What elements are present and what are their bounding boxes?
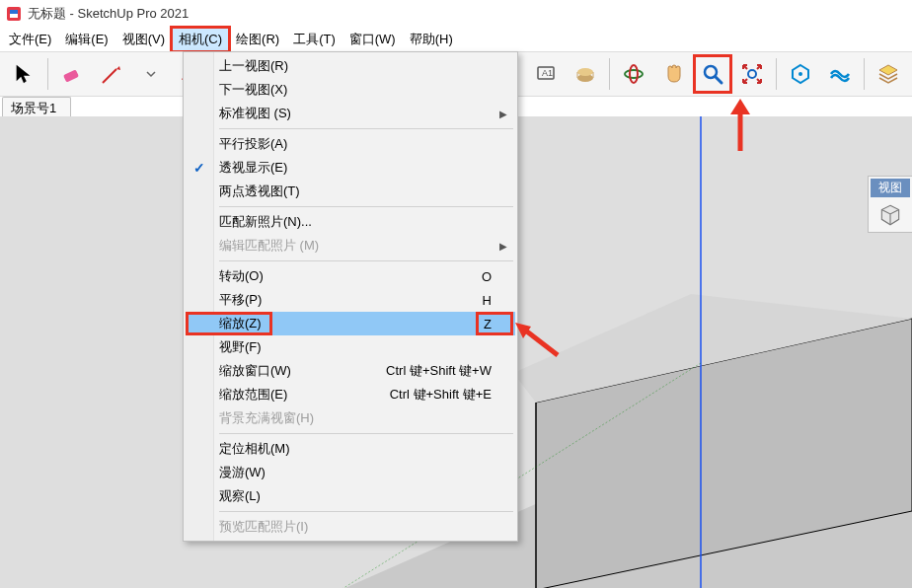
menu-match-new-photo[interactable]: 匹配新照片(N)...: [186, 210, 515, 234]
menu-file[interactable]: 文件(E): [2, 28, 58, 51]
window-title: 无标题 - SketchUp Pro 2021: [28, 5, 189, 23]
menu-bg-zoom: 背景充满视窗(H): [186, 406, 515, 430]
svg-rect-3: [63, 69, 79, 82]
menu-pan[interactable]: 平移(P)H: [186, 288, 515, 312]
camera-dropdown: 上一视图(R) 下一视图(X) 标准视图 (S)▶ 平行投影(A) ✓透视显示(…: [183, 51, 518, 542]
menu-camera[interactable]: 相机(C): [172, 28, 229, 51]
annotation-arrow-icon: [513, 321, 563, 360]
menu-two-point[interactable]: 两点透视图(T): [186, 180, 515, 203]
menu-help[interactable]: 帮助(H): [403, 28, 460, 51]
menu-zoom[interactable]: 缩放(Z) Z: [186, 312, 515, 335]
view-iso-button[interactable]: [871, 200, 910, 230]
views-panel-title: 视图: [871, 179, 910, 197]
svg-text:A1: A1: [542, 68, 553, 78]
pushpull-tool[interactable]: [568, 56, 603, 92]
svg-point-9: [625, 70, 643, 78]
styles-tool-1[interactable]: [783, 56, 818, 92]
menu-next-view[interactable]: 下一视图(X): [186, 78, 515, 102]
menu-view[interactable]: 视图(V): [115, 28, 172, 51]
menu-position-camera[interactable]: 定位相机(M): [186, 437, 515, 461]
toolbar-separator: [776, 58, 777, 90]
pan-tool[interactable]: [655, 56, 691, 92]
svg-point-10: [630, 65, 638, 83]
toolbar-separator: [47, 58, 48, 90]
titlebar: 无标题 - SketchUp Pro 2021: [0, 0, 912, 28]
menu-look[interactable]: 观察(L): [186, 484, 515, 508]
text-tool[interactable]: A1: [528, 56, 564, 92]
menu-edit-match-photo: 编辑匹配照片 (M)▶: [186, 234, 515, 257]
toolbar-separator: [609, 58, 610, 90]
menu-zoom-window[interactable]: 缩放窗口(W)Ctrl 键+Shift 键+W: [186, 359, 515, 383]
app-icon: [6, 6, 22, 22]
eraser-tool[interactable]: [54, 56, 90, 92]
menu-perspective[interactable]: ✓透视显示(E): [186, 156, 515, 180]
styles-tool-2[interactable]: [822, 56, 858, 92]
toolbar-separator: [864, 58, 865, 90]
zoom-extents-tool[interactable]: [734, 56, 770, 92]
menu-fov[interactable]: 视野(F): [186, 335, 515, 359]
line-dropdown[interactable]: [133, 56, 169, 92]
svg-point-8: [577, 68, 593, 76]
menubar: 文件(E) 编辑(E) 视图(V) 相机(C) 绘图(R) 工具(T) 窗口(W…: [0, 28, 912, 51]
svg-line-12: [716, 77, 722, 83]
zoom-tool[interactable]: [695, 56, 730, 92]
menu-prev-view[interactable]: 上一视图(R): [186, 54, 515, 78]
menu-draw[interactable]: 绘图(R): [229, 28, 286, 51]
menu-tools[interactable]: 工具(T): [286, 28, 342, 51]
menu-zoom-extents[interactable]: 缩放范围(E)Ctrl 键+Shift 键+E: [186, 383, 515, 406]
layers-tool[interactable]: [871, 56, 906, 92]
menu-walk[interactable]: 漫游(W): [186, 461, 515, 484]
svg-rect-2: [10, 10, 18, 14]
menu-parallel[interactable]: 平行投影(A): [186, 132, 515, 156]
menu-window[interactable]: 窗口(W): [342, 28, 403, 51]
orbit-tool[interactable]: [616, 56, 651, 92]
svg-point-14: [798, 72, 802, 76]
submenu-arrow-icon: ▶: [499, 241, 507, 252]
views-panel: 视图: [868, 176, 912, 233]
menu-edit[interactable]: 编辑(E): [58, 28, 114, 51]
annotation-arrow-icon: [725, 97, 755, 156]
submenu-arrow-icon: ▶: [499, 109, 507, 119]
check-icon: ✓: [193, 160, 205, 176]
line-tool[interactable]: [94, 56, 129, 92]
menu-orbit[interactable]: 转动(O)O: [186, 264, 515, 288]
svg-point-13: [748, 70, 756, 78]
menu-standard-views[interactable]: 标准视图 (S)▶: [186, 102, 515, 125]
menu-preview-match: 预览匹配照片(I): [186, 515, 515, 539]
select-tool[interactable]: [6, 56, 41, 92]
